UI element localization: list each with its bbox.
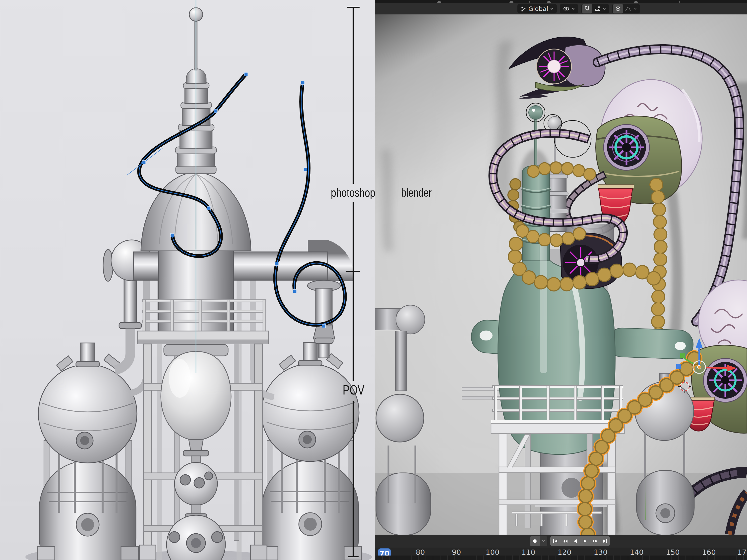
frame-tick: 90	[452, 548, 461, 557]
next-keyframe-button[interactable]	[590, 536, 600, 546]
topbar-icon[interactable]	[547, 1, 551, 3]
play-reverse-icon	[572, 538, 578, 544]
blender-window: Global	[375, 0, 747, 560]
topbar-icon[interactable]	[437, 1, 441, 3]
snap-magnet-icon	[584, 5, 590, 12]
screenshot-root: Global	[0, 0, 747, 560]
timeline-ruler[interactable]: 80 90 100 110 120 130 140 150 160 170 70	[375, 548, 747, 556]
record-options-dropdown[interactable]	[540, 536, 547, 546]
snap-toggle-button[interactable]	[582, 4, 592, 14]
transform-orientation-icon	[520, 5, 527, 12]
topbar-icon[interactable]	[634, 1, 638, 3]
photoshop-3d-render	[0, 0, 375, 560]
frame-tick: 160	[702, 548, 716, 557]
timeline-playback-bar	[375, 535, 747, 548]
frame-tick: 100	[486, 548, 499, 557]
blender-topbar	[375, 0, 747, 3]
jump-to-end-button[interactable]	[600, 536, 610, 546]
viewport-header: Global	[375, 3, 747, 15]
transform-pivot-point-dropdown[interactable]	[561, 4, 577, 14]
transform-orientation-value: Global	[529, 5, 548, 12]
chevron-down-icon	[542, 540, 545, 542]
frame-tick: 110	[521, 548, 535, 557]
timeline-keyframe-strip[interactable]	[375, 556, 747, 560]
record-group	[530, 536, 547, 546]
frame-tick: 170	[737, 548, 747, 557]
frame-tick: 120	[558, 548, 571, 557]
blender-3d-viewport[interactable]	[375, 15, 747, 535]
frame-tick: 140	[630, 548, 643, 557]
topbar-icon[interactable]	[529, 1, 530, 3]
frame-tick: 130	[594, 548, 607, 557]
proportional-edit-group	[612, 4, 640, 14]
frame-tick: 150	[666, 548, 679, 557]
previous-keyframe-icon	[562, 538, 568, 544]
transport-controls	[550, 536, 610, 546]
chevron-down-icon	[633, 7, 637, 10]
record-button[interactable]	[530, 536, 540, 546]
chevron-down-icon	[602, 7, 606, 10]
topbar-icon[interactable]	[679, 1, 680, 3]
jump-to-start-icon	[552, 538, 558, 544]
pivot-point-icon	[563, 5, 570, 12]
photoshop-canvas[interactable]	[0, 0, 375, 560]
pen-path-right[interactable]	[275, 81, 345, 328]
proportional-editing-icon	[615, 5, 621, 12]
play-reverse-button[interactable]	[570, 536, 580, 546]
record-icon	[532, 538, 538, 544]
pivot-point-group	[560, 4, 578, 14]
chevron-down-icon	[571, 7, 575, 10]
snap-increment-icon	[594, 5, 601, 12]
chevron-down-icon	[550, 7, 554, 10]
transform-orientation-group: Global	[517, 4, 557, 14]
snapping-group	[581, 4, 609, 14]
proportional-falloff-dropdown[interactable]	[623, 4, 639, 14]
play-forward-button[interactable]	[580, 536, 590, 546]
previous-keyframe-button[interactable]	[560, 536, 570, 546]
jump-to-start-button[interactable]	[550, 536, 560, 546]
viewport-scene	[375, 15, 747, 535]
proportional-editing-toggle[interactable]	[613, 4, 623, 14]
jump-to-end-icon	[602, 538, 608, 544]
snap-target-dropdown[interactable]	[592, 4, 608, 14]
next-keyframe-icon	[592, 538, 598, 544]
falloff-curve-icon	[625, 5, 632, 12]
transform-orientation-dropdown[interactable]: Global	[518, 4, 556, 14]
topbar-icon[interactable]	[510, 1, 513, 3]
frame-tick: 80	[416, 548, 425, 557]
play-forward-icon	[582, 538, 588, 544]
